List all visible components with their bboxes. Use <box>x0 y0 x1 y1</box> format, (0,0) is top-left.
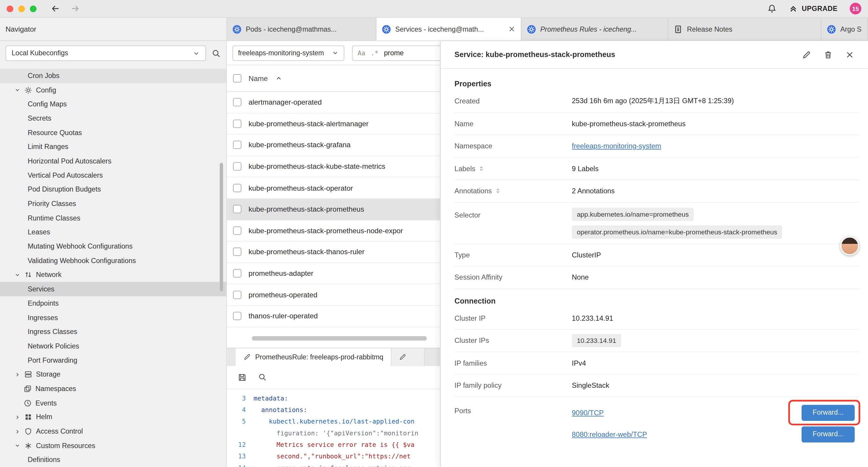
table-row[interactable]: kube-prometheus-stack-kube-state-metrics <box>227 156 440 177</box>
table-row[interactable]: thanos-ruler-operated <box>227 305 440 327</box>
sidebar-item-custom-resources[interactable]: Custom Resources <box>0 439 226 453</box>
search-input[interactable]: Aa .* prome <box>352 45 440 61</box>
row-checkbox[interactable] <box>233 120 241 128</box>
table-row[interactable]: prometheus-operated <box>227 284 440 305</box>
kubeconfig-select[interactable]: Local Kubeconfigs <box>6 46 206 61</box>
name-column-header[interactable]: Name <box>248 74 268 83</box>
port-link-9090[interactable]: 9090/TCP <box>572 408 802 417</box>
dock-tab-prometheusrule[interactable]: PrometheusRule: freeleaps-prod-rabbitmq <box>236 348 392 366</box>
row-checkbox[interactable] <box>233 312 241 320</box>
dock-tab-partial[interactable] <box>392 348 425 366</box>
match-case-toggle[interactable]: Aa <box>358 49 365 57</box>
sidebar-item-mutating-webhook-configurations[interactable]: Mutating Webhook Configurations <box>0 239 226 254</box>
sidebar-item-network[interactable]: Network <box>0 268 226 282</box>
sidebar-item-namespaces[interactable]: Namespaces <box>0 382 226 396</box>
sidebar-item-definitions[interactable]: Definitions <box>0 453 226 467</box>
expand-collapse-icon[interactable] <box>495 188 501 194</box>
sidebar-item-ingress-classes[interactable]: Ingress Classes <box>0 325 226 339</box>
search-value: prome <box>384 49 404 57</box>
sidebar-item-services[interactable]: Services <box>0 282 226 296</box>
regex-toggle[interactable]: .* <box>371 49 378 57</box>
sidebar-item-leases[interactable]: Leases <box>0 225 226 239</box>
forward-button[interactable]: Forward... <box>802 426 855 442</box>
maximize-window-button[interactable] <box>30 5 36 12</box>
sidebar-item-endpoints[interactable]: Endpoints <box>0 296 226 310</box>
trash-icon[interactable] <box>824 50 833 59</box>
sidebar-item-port-forwarding[interactable]: Port Forwarding <box>0 353 226 368</box>
sidebar-item-config-maps[interactable]: Config Maps <box>0 97 226 111</box>
search-icon[interactable] <box>212 49 221 58</box>
sidebar-item-priority-classes[interactable]: Priority Classes <box>0 197 226 211</box>
sidebar-item-pod-disruption-budgets[interactable]: Pod Disruption Budgets <box>0 182 226 197</box>
forward-arrow-icon[interactable] <box>70 4 80 13</box>
labels-count: 9 Labels <box>572 164 859 173</box>
row-checkbox[interactable] <box>233 162 241 171</box>
table-row[interactable]: prometheus-adapter <box>227 263 440 284</box>
sidebar-item-cron-jobs[interactable]: Cron Jobs <box>0 68 226 83</box>
select-all-checkbox[interactable] <box>233 74 241 83</box>
row-checkbox[interactable] <box>233 205 241 213</box>
close-window-button[interactable] <box>6 5 13 12</box>
close-icon[interactable] <box>845 50 854 59</box>
tab-pods[interactable]: Pods - icecheng@mathmas... <box>227 18 376 40</box>
yaml-editor[interactable]: 3metadata: 4 annotations: 5 kubectl.kube… <box>227 389 440 467</box>
tab-label: Argo S <box>840 25 862 33</box>
table-row[interactable]: kube-prometheus-stack-grafana <box>227 135 440 156</box>
port-line: 8080:reloader-web/TCP Forward... <box>572 423 859 445</box>
row-checkbox[interactable] <box>233 183 241 192</box>
namespace-select[interactable]: freeleaps-monitoring-system <box>232 45 344 61</box>
shield-icon <box>24 428 32 435</box>
sidebar-item-events[interactable]: Events <box>0 396 226 410</box>
tab-prometheus-rules[interactable]: Prometheus Rules - icecheng... <box>522 18 668 40</box>
table-row[interactable]: kube-prometheus-stack-operator <box>227 177 440 199</box>
sidebar-item-ingresses[interactable]: Ingresses <box>0 311 226 325</box>
row-checkbox[interactable] <box>233 226 241 235</box>
connection-row-ports: Ports 9090/TCP Forward... 8080:reloader-… <box>454 397 859 445</box>
tab-services[interactable]: Services - icecheng@math... <box>376 18 522 40</box>
kubeconfig-select-value: Local Kubeconfigs <box>11 49 68 57</box>
row-checkbox[interactable] <box>233 248 241 256</box>
ip-families-value: IPv4 <box>572 359 859 367</box>
table-row[interactable]: alertmanager-operated <box>227 92 440 113</box>
horizontal-scrollbar[interactable] <box>252 336 427 340</box>
navigator-sidebar: Local Kubeconfigs Cron Jobs Config Confi… <box>0 41 227 467</box>
bell-icon[interactable] <box>768 4 777 13</box>
edit-pencil-icon[interactable] <box>802 50 811 59</box>
row-checkbox[interactable] <box>233 291 241 299</box>
sort-ascending-icon[interactable] <box>275 75 282 82</box>
sidebar-item-resource-quotas[interactable]: Resource Quotas <box>0 126 226 140</box>
sidebar-item-validating-webhook-configurations[interactable]: Validating Webhook Configurations <box>0 254 226 268</box>
close-icon[interactable] <box>508 25 515 32</box>
table-row[interactable]: kube-prometheus-stack-prometheus-node-ex… <box>227 220 440 241</box>
sidebar-item-runtime-classes[interactable]: Runtime Classes <box>0 211 226 225</box>
table-row-selected[interactable]: kube-prometheus-stack-prometheus <box>227 199 440 220</box>
sidebar-item-storage[interactable]: Storage <box>0 368 226 382</box>
sidebar-item-helm[interactable]: Helm <box>0 410 226 424</box>
tab-argo[interactable]: Argo S <box>822 18 868 40</box>
notification-badge[interactable]: 15 <box>850 3 861 14</box>
row-checkbox[interactable] <box>233 141 241 149</box>
tab-release-notes[interactable]: Release Notes <box>668 18 822 40</box>
minimize-window-button[interactable] <box>18 5 25 12</box>
presence-avatar[interactable] <box>840 236 859 255</box>
sidebar-item-secrets[interactable]: Secrets <box>0 111 226 126</box>
sidebar-item-limit-ranges[interactable]: Limit Ranges <box>0 140 226 154</box>
row-checkbox[interactable] <box>233 269 241 278</box>
sidebar-item-access-control[interactable]: Access Control <box>0 425 226 439</box>
namespace-link[interactable]: freeleaps-monitoring-system <box>572 142 661 150</box>
navigator-panel-header: Navigator <box>0 18 227 40</box>
table-row[interactable]: kube-prometheus-stack-alertmanager <box>227 113 440 135</box>
row-checkbox[interactable] <box>233 98 241 107</box>
sidebar-item-network-policies[interactable]: Network Policies <box>0 339 226 353</box>
back-arrow-icon[interactable] <box>51 4 60 13</box>
table-row[interactable]: kube-prometheus-stack-thanos-ruler <box>227 241 440 263</box>
sidebar-item-vertical-pod-autoscalers[interactable]: Vertical Pod Autoscalers <box>0 168 226 182</box>
expand-collapse-icon[interactable] <box>478 166 484 172</box>
sidebar-item-horizontal-pod-autoscalers[interactable]: Horizontal Pod Autoscalers <box>0 154 226 168</box>
search-icon[interactable] <box>258 373 267 382</box>
sidebar-item-config[interactable]: Config <box>0 83 226 97</box>
port-link-8080[interactable]: 8080:reloader-web/TCP <box>572 430 802 438</box>
save-icon[interactable] <box>238 372 247 382</box>
sidebar-scrollbar[interactable] <box>220 163 223 291</box>
upgrade-button[interactable]: UPGRADE <box>789 4 838 13</box>
